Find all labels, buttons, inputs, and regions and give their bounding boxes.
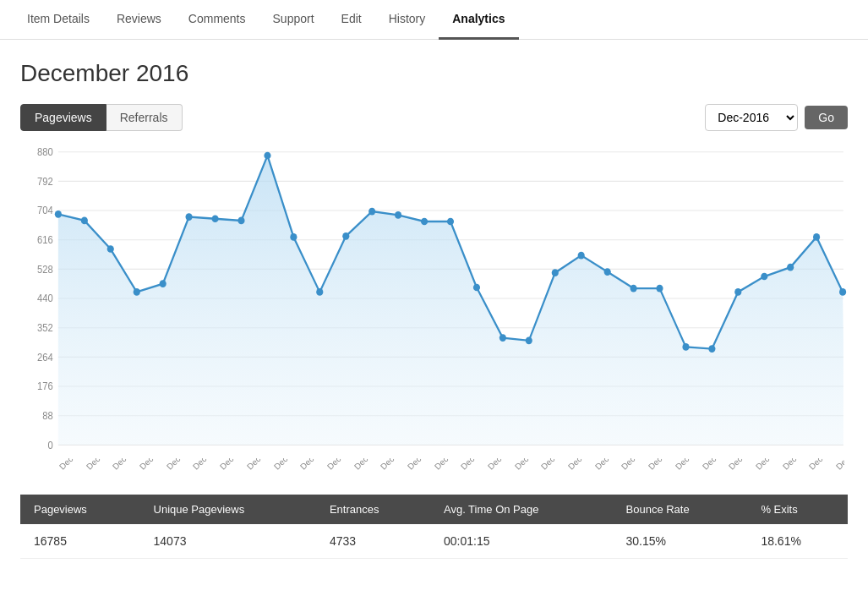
controls-row: Pageviews Referrals Dec-2016 Nov-2016 Oc…	[20, 104, 848, 131]
svg-point-51	[787, 264, 794, 271]
svg-point-43	[578, 252, 585, 260]
svg-point-26	[134, 288, 140, 296]
svg-text:264: 264	[37, 352, 53, 362]
svg-point-40	[500, 334, 506, 342]
tab-bar: Item Details Reviews Comments Support Ed…	[0, 0, 868, 40]
svg-point-36	[395, 211, 401, 219]
svg-point-38	[447, 218, 454, 226]
svg-point-25	[107, 245, 114, 253]
view-buttons: Pageviews Referrals	[20, 104, 183, 131]
tab-item-details[interactable]: Item Details	[14, 0, 103, 40]
svg-point-47	[682, 343, 689, 351]
svg-text:528: 528	[37, 264, 53, 274]
svg-point-50	[761, 273, 767, 281]
svg-point-39	[473, 284, 480, 292]
tab-comments[interactable]: Comments	[175, 0, 259, 40]
tab-support[interactable]: Support	[259, 0, 328, 40]
svg-point-32	[290, 233, 297, 241]
svg-point-34	[342, 232, 349, 240]
date-controls: Dec-2016 Nov-2016 Oct-2016 Sep-2016 Go	[705, 104, 848, 131]
svg-text:176: 176	[37, 381, 53, 391]
svg-point-53	[839, 288, 846, 296]
svg-point-33	[316, 288, 323, 296]
go-button[interactable]: Go	[805, 106, 848, 129]
svg-text:440: 440	[37, 293, 53, 303]
svg-point-41	[526, 337, 532, 345]
col-header-exits: % Exits	[747, 495, 848, 524]
cell-exits: 18.61%	[747, 524, 848, 559]
referrals-button[interactable]: Referrals	[106, 104, 183, 131]
tab-analytics[interactable]: Analytics	[439, 0, 518, 40]
col-header-bounce-rate: Bounce Rate	[613, 495, 748, 524]
svg-point-31	[264, 152, 270, 160]
tab-reviews[interactable]: Reviews	[103, 0, 175, 40]
tab-history[interactable]: History	[375, 0, 439, 40]
svg-text:616: 616	[37, 235, 53, 245]
svg-point-27	[160, 280, 167, 287]
svg-point-28	[185, 213, 192, 221]
page-title: December 2016	[20, 60, 848, 87]
svg-point-49	[734, 288, 741, 296]
tab-edit[interactable]: Edit	[328, 0, 375, 40]
col-header-entrances: Entrances	[316, 495, 430, 524]
svg-point-23	[55, 211, 62, 218]
stats-table: Pageviews Unique Pageviews Entrances Avg…	[20, 495, 848, 559]
svg-text:352: 352	[37, 323, 53, 333]
svg-text:880: 880	[37, 147, 53, 157]
svg-point-42	[552, 269, 559, 276]
svg-text:88: 88	[42, 411, 52, 421]
svg-point-29	[211, 215, 218, 222]
cell-unique-pageviews: 14073	[140, 524, 316, 559]
cell-avg-time: 00:01:15	[430, 524, 613, 559]
svg-point-46	[656, 285, 663, 293]
table-row: 16785 14073 4733 00:01:15 30.15% 18.61%	[20, 524, 848, 559]
cell-bounce-rate: 30.15%	[613, 524, 748, 559]
svg-point-52	[813, 233, 820, 241]
svg-point-45	[631, 285, 637, 293]
col-header-avg-time: Avg. Time On Page	[430, 495, 613, 524]
cell-pageviews: 16785	[20, 524, 140, 559]
svg-point-35	[368, 208, 375, 216]
col-header-pageviews: Pageviews	[20, 495, 140, 524]
svg-text:704: 704	[37, 205, 53, 216]
svg-point-44	[604, 268, 611, 276]
cell-entrances: 4733	[316, 524, 430, 559]
pageviews-chart: 880 792 704 616 528 440 352 264 176 88 0	[20, 145, 848, 474]
svg-text:792: 792	[37, 176, 53, 186]
date-select[interactable]: Dec-2016 Nov-2016 Oct-2016 Sep-2016	[705, 104, 798, 131]
chart-container: 880 792 704 616 528 440 352 264 176 88 0	[20, 145, 848, 474]
svg-point-24	[81, 217, 88, 225]
svg-text:0: 0	[48, 440, 53, 450]
pageviews-button[interactable]: Pageviews	[20, 104, 106, 131]
svg-point-37	[421, 218, 428, 226]
x-axis-labels: Dec 01 Dec 02 Dec 03 Dec 04 Dec 05 Dec 0…	[57, 458, 844, 474]
svg-marker-22	[58, 156, 843, 445]
col-header-unique-pageviews: Unique Pageviews	[140, 495, 316, 524]
svg-point-48	[708, 345, 715, 353]
svg-point-30	[237, 217, 244, 225]
